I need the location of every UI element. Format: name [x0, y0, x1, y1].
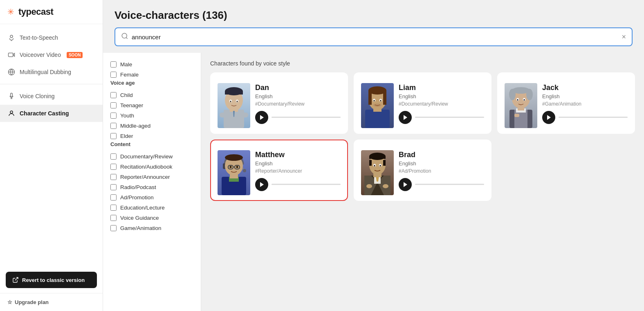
male-checkbox[interactable]	[110, 61, 117, 68]
svg-point-0	[10, 35, 13, 38]
upgrade-plan-label: Upgrade plan	[15, 299, 49, 305]
filter-recitation[interactable]: Recitation/Audiobook	[110, 162, 193, 172]
jack-tag: #Game/Animation	[542, 101, 628, 107]
radio-checkbox[interactable]	[110, 184, 117, 190]
filter-documentary[interactable]: Documentary/Review	[110, 151, 193, 162]
matthew-info: Matthew English #Reporter/Announcer	[255, 151, 341, 191]
character-card-jack[interactable]: Jack English #Game/Animation	[497, 72, 635, 134]
external-link-icon	[12, 277, 19, 283]
filter-education[interactable]: Education/Lecture	[110, 203, 193, 213]
education-checkbox[interactable]	[110, 205, 117, 211]
youth-label: Youth	[120, 113, 134, 119]
character-casting-label: Character Casting	[20, 110, 69, 117]
jack-play-button[interactable]	[542, 111, 555, 124]
filter-reporter[interactable]: Reporter/Announcer	[110, 172, 193, 182]
logo-icon: ✳	[7, 7, 14, 17]
filter-middle-aged[interactable]: Middle-aged	[110, 121, 193, 131]
revert-classic-button[interactable]: Revert to classic version	[6, 272, 97, 288]
brad-name: Brad	[399, 151, 484, 159]
sidebar-item-voiceover[interactable]: Voiceover Video SOON	[0, 46, 103, 63]
search-bar: ×	[114, 27, 633, 46]
svg-rect-18	[220, 113, 231, 117]
search-input[interactable]	[132, 34, 618, 41]
ad-label: Ad/Promotion	[120, 194, 154, 201]
svg-rect-19	[237, 113, 248, 117]
svg-point-67	[236, 166, 238, 168]
svg-rect-79	[369, 160, 372, 166]
search-clear-button[interactable]: ×	[622, 33, 626, 41]
svg-rect-33	[368, 90, 386, 94]
filter-elder[interactable]: Elder	[110, 131, 193, 141]
sidebar-item-dubbing[interactable]: Multilingual Dubbing	[0, 63, 103, 81]
middle-aged-checkbox[interactable]	[110, 123, 117, 129]
filter-male[interactable]: Male	[110, 59, 193, 70]
jack-name: Jack	[542, 83, 628, 92]
filter-teenager[interactable]: Teenager	[110, 100, 193, 110]
logo-text: typecast	[18, 7, 53, 17]
elder-label: Elder	[120, 133, 133, 139]
sidebar-item-voice-cloning[interactable]: Voice Cloning	[0, 88, 103, 105]
svg-point-37	[380, 100, 381, 101]
matthew-play-button[interactable]	[255, 178, 268, 191]
sidebar-item-tts[interactable]: Text-to-Speech	[0, 29, 103, 46]
dan-play-button[interactable]	[255, 111, 268, 124]
voice-guidance-checkbox[interactable]	[110, 215, 117, 221]
clone-icon	[7, 92, 16, 100]
character-card-liam[interactable]: Liam English #Documentary/Review	[354, 72, 491, 134]
characters-panel: Characters found by voice style	[201, 53, 644, 311]
dan-avatar-svg	[218, 83, 250, 128]
matthew-progress-bar	[272, 184, 341, 185]
youth-checkbox[interactable]	[110, 113, 117, 119]
svg-rect-17	[225, 91, 243, 95]
filter-female[interactable]: Female	[110, 70, 193, 80]
recitation-checkbox[interactable]	[110, 164, 117, 170]
documentary-checkbox[interactable]	[110, 153, 117, 160]
svg-point-59	[243, 169, 246, 172]
voiceover-label: Voiceover Video	[20, 52, 61, 58]
voice-age-filter-section: Voice age Child Teenager Youth Middle-ag…	[110, 80, 193, 141]
teenager-label: Teenager	[120, 102, 143, 108]
filter-ad[interactable]: Ad/Promotion	[110, 192, 193, 203]
dubbing-label: Multilingual Dubbing	[20, 69, 71, 75]
svg-rect-78	[369, 156, 386, 159]
avatar-liam	[361, 79, 394, 128]
svg-point-38	[373, 104, 381, 107]
elder-checkbox[interactable]	[110, 133, 117, 139]
matthew-name: Matthew	[255, 151, 341, 159]
play-icon	[546, 115, 551, 120]
liam-play-button[interactable]	[399, 111, 412, 124]
play-icon	[259, 182, 264, 187]
svg-marker-87	[404, 182, 407, 187]
brad-play-button[interactable]	[399, 178, 412, 191]
reporter-checkbox[interactable]	[110, 174, 117, 180]
filter-child[interactable]: Child	[110, 90, 193, 100]
svg-marker-68	[260, 182, 264, 187]
filter-panel: Male Female Voice age Child Teenager	[103, 53, 201, 311]
svg-rect-27	[365, 110, 390, 128]
teenager-checkbox[interactable]	[110, 102, 117, 108]
svg-point-83	[374, 165, 375, 167]
education-label: Education/Lecture	[120, 205, 165, 211]
sidebar-item-character-casting[interactable]: Character Casting	[0, 105, 103, 122]
character-card-dan[interactable]: Dan English #Documentary/Review	[210, 72, 348, 134]
upgrade-plan-button[interactable]: ☆ Upgrade plan	[0, 293, 103, 311]
dan-tag: #Documentary/Review	[255, 101, 341, 107]
dan-info: Dan English #Documentary/Review	[255, 83, 341, 124]
filter-radio[interactable]: Radio/Podcast	[110, 182, 193, 192]
character-card-matthew[interactable]: Matthew English #Reporter/Announcer	[210, 140, 348, 201]
child-checkbox[interactable]	[110, 92, 117, 98]
star-icon: ☆	[7, 299, 12, 305]
liam-avatar-svg	[361, 83, 394, 128]
female-checkbox[interactable]	[110, 72, 117, 78]
dan-name: Dan	[255, 83, 341, 92]
svg-point-23	[237, 101, 238, 102]
filter-game[interactable]: Game/Animation	[110, 223, 193, 233]
filter-youth[interactable]: Youth	[110, 110, 193, 121]
game-checkbox[interactable]	[110, 225, 117, 231]
liam-progress-bar	[415, 117, 484, 118]
documentary-label: Documentary/Review	[120, 153, 173, 160]
ad-checkbox[interactable]	[110, 194, 117, 201]
filter-voice-guidance[interactable]: Voice Guidance	[110, 213, 193, 223]
search-icon	[121, 32, 128, 41]
character-card-brad[interactable]: Brad English #Ad/Promotion	[354, 140, 491, 201]
